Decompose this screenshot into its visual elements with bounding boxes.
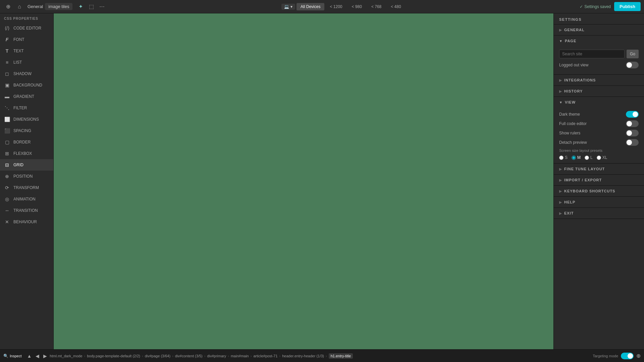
sidebar-label-transform: TRANSFORM [13, 185, 39, 190]
breadcrumb-content[interactable]: div#content (3/5) [175, 354, 203, 358]
full-code-editor-slider [626, 120, 639, 127]
canvas-area[interactable] [54, 13, 553, 349]
section-integrations-title[interactable]: ▶ INTEGRATIONS [554, 75, 644, 85]
sidebar-item-dimensions[interactable]: ⬜ DIMENSIONS [0, 114, 53, 125]
more-icon-btn[interactable]: ⋯ [97, 2, 107, 11]
device-1200[interactable]: < 1200 [326, 3, 346, 10]
breadcrumb-header[interactable]: header.entry-header (1/3) [282, 354, 324, 358]
breadcrumb-body[interactable]: body.page-template-default (2/2) [87, 354, 140, 358]
targeting-mode-toggle[interactable] [621, 353, 634, 359]
breadcrumb-page[interactable]: div#page (3/64) [145, 354, 170, 358]
preset-s[interactable]: S [559, 155, 568, 160]
sidebar-item-transform[interactable]: ⟳ TRANSFORM [0, 182, 53, 193]
sidebar-item-grid[interactable]: ⊟ GRID [0, 159, 53, 171]
background-icon: ▣ [4, 82, 10, 88]
back-icon-btn[interactable]: ⌂ [15, 2, 24, 11]
sidebar-item-font[interactable]: F FONT [0, 34, 53, 45]
breadcrumb-article[interactable]: article#post-71 [253, 354, 277, 358]
publish-button[interactable]: Publish [614, 2, 641, 11]
device-980[interactable]: < 980 [348, 3, 366, 10]
section-help-title[interactable]: ▶ HELP [554, 197, 644, 207]
dark-theme-toggle[interactable] [626, 111, 639, 118]
show-rulers-toggle[interactable] [626, 130, 639, 136]
preset-m[interactable]: M [572, 155, 581, 160]
breadcrumb-html[interactable]: html.mt_dark_mode [50, 354, 82, 358]
bottom-bar: 🔍 Inspect ▲ ◀ ▶ html.mt_dark_mode › body… [0, 349, 644, 362]
section-keyboard-title[interactable]: ▶ KEYBOARD SHORTCUTS [554, 186, 644, 196]
site-name: General [28, 4, 43, 9]
section-history-title[interactable]: ▶ HISTORY [554, 86, 644, 97]
device-480[interactable]: < 480 [387, 3, 405, 10]
nav-left-btn[interactable]: ◀ [34, 353, 41, 359]
full-code-editor-toggle[interactable] [626, 120, 639, 127]
section-keyboard-shortcuts: ▶ KEYBOARD SHORTCUTS [554, 186, 644, 197]
section-fine-tune-title[interactable]: ▶ FINE TUNE LAYOUT [554, 164, 644, 174]
preset-m-radio[interactable] [572, 156, 576, 160]
main-layout: CSS PROPERTIES ⟨/⟩ CODE EDITOR F FONT T … [0, 13, 644, 349]
sidebar-item-gradient[interactable]: ▬ GRADIENT [0, 91, 53, 102]
preset-xl[interactable]: XL [597, 155, 607, 160]
breadcrumb-main[interactable]: main#main [231, 354, 249, 358]
device-selector[interactable]: 💻 ▾ [281, 4, 295, 10]
sidebar-item-flexbox[interactable]: ⊞ FLEXBOX [0, 148, 53, 159]
behaviour-icon: ✕ [4, 219, 10, 225]
right-sidebar: SETTINGS ▶ GENERAL ▼ PAGE Go Logged out … [553, 13, 644, 349]
sidebar-label-list: LIST [13, 60, 22, 65]
section-import-export-title[interactable]: ▶ IMPORT / EXPORT [554, 175, 644, 185]
sidebar-label-dimensions: DIMENSIONS [13, 117, 39, 122]
sidebar-item-text[interactable]: T TEXT [0, 45, 53, 57]
home-icon-btn[interactable]: ⊕ [3, 2, 13, 11]
go-button[interactable]: Go [627, 50, 639, 58]
chevron-down-icon: ▼ [559, 39, 563, 43]
sidebar-item-transition[interactable]: ↔ TRANSITION [0, 205, 53, 216]
sidebar-label-code-editor: CODE EDITOR [13, 26, 41, 31]
sidebar-item-animation[interactable]: ◎ ANIMATION [0, 193, 53, 205]
section-view-title[interactable]: ▼ VIEW [554, 97, 644, 108]
breadcrumb-h1[interactable]: h1.entry-title [329, 353, 353, 359]
logged-out-view-label: Logged out view [559, 63, 588, 67]
wordpress-icon[interactable]: ⊕ [636, 353, 641, 359]
sidebar-label-shadow: SHADOW [13, 71, 32, 76]
transition-icon: ↔ [4, 207, 10, 214]
sidebar-label-flexbox: FLEXBOX [13, 151, 32, 156]
chevron-right-icon-7: ▶ [559, 200, 562, 204]
section-history: ▶ HISTORY [554, 86, 644, 97]
left-sidebar: CSS PROPERTIES ⟨/⟩ CODE EDITOR F FONT T … [0, 13, 54, 349]
nav-right-btn[interactable]: ▶ [42, 353, 48, 359]
sidebar-item-position[interactable]: ⊕ POSITION [0, 171, 53, 182]
chevron-right-icon: ▶ [559, 28, 562, 32]
device-768[interactable]: < 768 [367, 3, 385, 10]
sidebar-item-filter[interactable]: ⋱ FILTER [0, 102, 53, 114]
chevron-right-icon-2: ▶ [559, 78, 562, 82]
sidebar-item-background[interactable]: ▣ BACKGROUND [0, 79, 53, 91]
targeting-mode-label: Targeting mode [593, 354, 618, 358]
sidebar-item-list[interactable]: ≡ LIST [0, 57, 53, 68]
show-rulers-row: Show rulers [559, 130, 639, 136]
section-general-title[interactable]: ▶ GENERAL [554, 24, 644, 35]
sidebar-item-spacing[interactable]: ⬛ SPACING [0, 125, 53, 136]
magic-icon-btn[interactable]: ✦ [76, 2, 85, 11]
sidebar-item-behaviour[interactable]: ✕ BEHAVIOUR [0, 216, 53, 228]
logged-out-view-toggle[interactable] [626, 62, 639, 68]
sidebar-item-border[interactable]: ▢ BORDER [0, 136, 53, 148]
breadcrumb-primary[interactable]: div#primary [207, 354, 226, 358]
page-name[interactable]: image tiles [45, 3, 72, 10]
sidebar-label-grid: GRID [13, 163, 23, 167]
sidebar-item-code-editor[interactable]: ⟨/⟩ CODE EDITOR [0, 22, 53, 34]
sidebar-item-shadow[interactable]: ◻ SHADOW [0, 68, 53, 79]
preset-l-radio[interactable] [585, 156, 589, 160]
inspect-label: Inspect [10, 354, 21, 358]
full-code-editor-row: Full code editor [559, 120, 639, 127]
preset-s-radio[interactable] [559, 156, 564, 160]
device-all[interactable]: All Devices [297, 3, 324, 10]
preset-l[interactable]: L [585, 155, 593, 160]
dimensions-icon: ⬜ [4, 116, 10, 122]
search-site-input[interactable] [559, 50, 625, 58]
section-exit-title[interactable]: ▶ EXIT [554, 208, 644, 219]
preset-xl-radio[interactable] [597, 156, 601, 160]
section-page-title[interactable]: ▼ PAGE [554, 36, 644, 46]
dark-theme-label: Dark theme [559, 112, 580, 117]
preview-icon-btn[interactable]: ⬚ [87, 2, 96, 11]
detach-preview-toggle[interactable] [626, 139, 639, 146]
nav-up-btn[interactable]: ▲ [25, 353, 33, 359]
